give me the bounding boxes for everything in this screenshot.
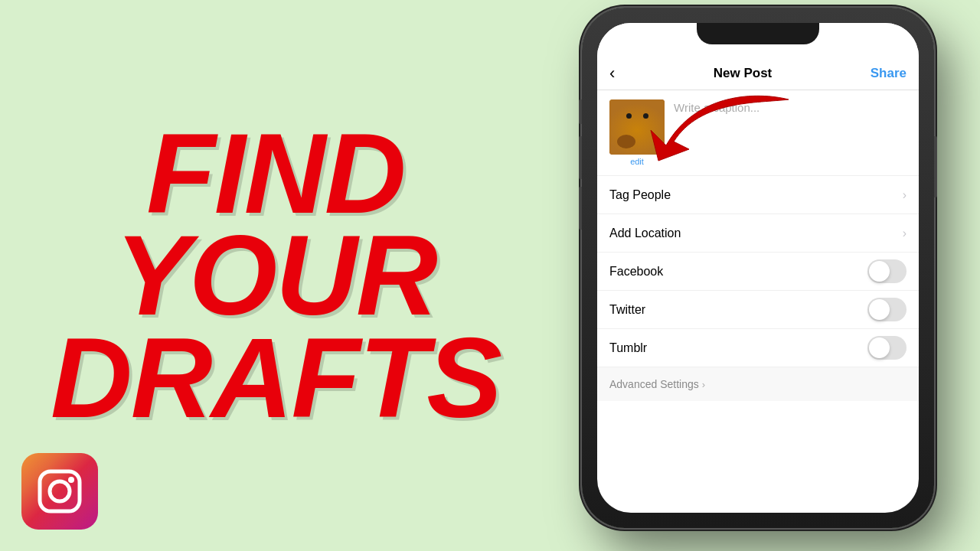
add-location-item[interactable]: Add Location › <box>597 214 919 253</box>
twitter-label: Twitter <box>609 303 645 317</box>
tumblr-label: Tumblr <box>609 341 647 355</box>
tag-people-item[interactable]: Tag People › <box>597 176 919 214</box>
svg-point-1 <box>50 481 70 501</box>
add-location-label: Add Location <box>609 227 681 240</box>
dog-image <box>609 99 665 155</box>
headline-text: FIND YOUR DRAFTS <box>51 122 501 429</box>
advanced-settings-label: Advanced Settings <box>609 378 699 390</box>
back-button[interactable]: ‹ <box>609 64 615 83</box>
nav-bar: ‹ New Post Share <box>597 57 919 90</box>
side-button-power <box>934 136 937 197</box>
headline-line3: DRAFTS <box>51 327 501 429</box>
phone-screen: ‹ New Post Share edit <box>597 23 919 513</box>
share-button[interactable]: Share <box>871 66 906 81</box>
phone-frame: ‹ New Post Share edit <box>582 8 934 528</box>
side-button-vol-up <box>579 136 582 179</box>
twitter-toggle-knob <box>869 299 890 320</box>
add-location-chevron: › <box>903 227 906 240</box>
phone-container: ‹ New Post Share edit <box>559 8 957 543</box>
dog-eyes <box>609 113 665 119</box>
side-button-mute <box>579 99 582 124</box>
twitter-item[interactable]: Twitter <box>597 291 919 329</box>
tag-people-label: Tag People <box>609 188 671 202</box>
phone-notch <box>697 23 819 44</box>
dog-eye-left <box>626 113 632 119</box>
headline-line1: FIND <box>51 122 501 224</box>
tumblr-item[interactable]: Tumblr <box>597 329 919 367</box>
tumblr-toggle-knob <box>869 337 890 358</box>
facebook-toggle[interactable] <box>867 259 906 283</box>
instagram-logo <box>21 453 98 530</box>
thumbnail-wrapper: edit <box>609 99 665 166</box>
tumblr-toggle[interactable] <box>867 336 906 360</box>
tag-people-chevron: › <box>903 188 906 202</box>
side-button-vol-down <box>579 187 582 230</box>
caption-area: edit Write a caption... <box>597 90 919 176</box>
edit-label[interactable]: edit <box>630 157 644 166</box>
facebook-label: Facebook <box>609 265 663 279</box>
nav-title: New Post <box>714 66 773 81</box>
headline-line2: YOUR <box>51 224 501 326</box>
dog-eye-right <box>643 113 648 119</box>
advanced-settings-chevron: › <box>702 379 705 390</box>
post-thumbnail <box>609 99 665 155</box>
twitter-toggle[interactable] <box>867 298 906 321</box>
svg-rect-0 <box>40 471 80 511</box>
facebook-toggle-knob <box>869 261 890 282</box>
advanced-settings-item[interactable]: Advanced Settings › <box>597 367 919 401</box>
facebook-item[interactable]: Facebook <box>597 253 919 291</box>
caption-input[interactable]: Write a caption... <box>665 99 906 116</box>
svg-point-2 <box>68 477 74 483</box>
